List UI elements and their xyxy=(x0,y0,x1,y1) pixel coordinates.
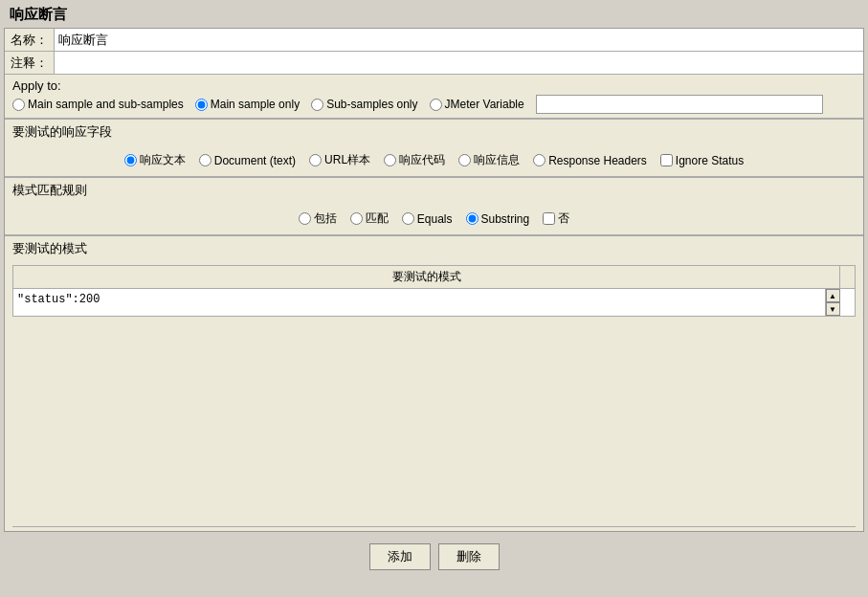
pattern-rules-header: 模式匹配规则 xyxy=(5,177,863,203)
negate-label[interactable]: 否 xyxy=(558,210,569,227)
textarea-wrapper: "status":200 ▲ ▼ xyxy=(13,289,840,316)
scrollbar-buttons: ▲ ▼ xyxy=(825,289,840,316)
ignore-status-item: Ignore Status xyxy=(660,154,744,167)
page-title: 响应断言 xyxy=(0,0,868,28)
apply-to-radio-group: Main sample and sub-samples Main sample … xyxy=(12,95,856,114)
negate-checkbox[interactable] xyxy=(543,212,555,225)
apply-to-label: Apply to: xyxy=(12,78,856,93)
pattern-match-row: 包括 匹配 Equals Substring 否 xyxy=(12,207,856,231)
rf-url-label[interactable]: URL样本 xyxy=(324,152,370,168)
jmeter-var-input[interactable] xyxy=(536,95,823,114)
pm-match-label[interactable]: 匹配 xyxy=(366,210,389,227)
test-pattern-section: 要测试的模式 "status":200 ▲ ▼ xyxy=(5,261,863,531)
response-field-row: 响应文本 Document (text) URL样本 响应代码 响应信息 Res… xyxy=(12,148,856,172)
rf-code-item: 响应代码 xyxy=(384,152,445,168)
radio-sub-label[interactable]: Sub-samples only xyxy=(326,98,417,111)
pm-equals-item: Equals xyxy=(402,212,453,226)
rf-doc-label[interactable]: Document (text) xyxy=(214,154,296,167)
rf-headers-label[interactable]: Response Headers xyxy=(548,154,647,167)
pm-substring-radio[interactable] xyxy=(466,212,479,225)
empty-content-area xyxy=(12,317,856,527)
comment-label: 注释： xyxy=(5,52,55,74)
test-pattern-column-header: 要测试的模式 xyxy=(13,266,840,289)
rf-text-radio[interactable] xyxy=(124,154,137,166)
delete-button[interactable]: 删除 xyxy=(438,543,500,570)
rf-doc-radio[interactable] xyxy=(199,154,211,166)
apply-to-section: Apply to: Main sample and sub-samples Ma… xyxy=(5,75,863,119)
response-field-section: 响应文本 Document (text) URL样本 响应代码 响应信息 Res… xyxy=(5,144,863,177)
scrollbar-header xyxy=(840,266,856,289)
pattern-cell: "status":200 ▲ ▼ xyxy=(13,289,840,317)
bottom-bar: 添加 删除 xyxy=(0,536,868,578)
name-input[interactable] xyxy=(55,31,863,49)
main-panel: 名称： 注释： Apply to: Main sample and sub-sa… xyxy=(4,28,864,532)
radio-item-sub: Sub-samples only xyxy=(311,98,417,111)
rf-msg-item: 响应信息 xyxy=(458,152,520,168)
scroll-up-button[interactable]: ▲ xyxy=(826,289,840,302)
radio-jmeter-label[interactable]: JMeter Variable xyxy=(445,98,524,111)
pm-substring-label[interactable]: Substring xyxy=(481,212,530,226)
response-field-header: 要测试的响应字段 xyxy=(5,119,863,144)
rf-headers-item: Response Headers xyxy=(533,154,647,167)
name-row: 名称： xyxy=(5,29,863,52)
ignore-status-label[interactable]: Ignore Status xyxy=(676,154,744,167)
radio-item-all: Main sample and sub-samples xyxy=(12,98,184,111)
rf-code-radio[interactable] xyxy=(384,154,396,166)
rf-url-radio[interactable] xyxy=(309,154,322,166)
pm-equals-label[interactable]: Equals xyxy=(417,212,453,226)
rf-headers-radio[interactable] xyxy=(533,154,545,166)
comment-input[interactable] xyxy=(55,54,863,72)
negate-item: 否 xyxy=(543,210,569,227)
pm-match-radio[interactable] xyxy=(350,212,363,225)
rf-url-item: URL样本 xyxy=(309,152,370,168)
test-pattern-header: 要测试的模式 xyxy=(5,235,863,261)
table-row: "status":200 ▲ ▼ xyxy=(13,289,856,317)
pm-equals-radio[interactable] xyxy=(402,212,414,225)
pm-contains-radio[interactable] xyxy=(299,212,311,225)
comment-row: 注释： xyxy=(5,52,863,75)
pm-match-item: 匹配 xyxy=(350,210,389,227)
rf-msg-label[interactable]: 响应信息 xyxy=(474,152,520,168)
radio-all[interactable] xyxy=(12,99,25,111)
pm-substring-item: Substring xyxy=(466,212,530,226)
radio-item-jmeter: JMeter Variable xyxy=(430,98,524,111)
rf-doc-item: Document (text) xyxy=(199,154,296,167)
radio-main[interactable] xyxy=(195,99,208,111)
rf-text-label[interactable]: 响应文本 xyxy=(140,152,186,168)
pattern-match-section: 包括 匹配 Equals Substring 否 xyxy=(5,203,863,235)
pm-contains-item: 包括 xyxy=(299,210,337,227)
scroll-down-button[interactable]: ▼ xyxy=(826,302,840,316)
radio-jmeter[interactable] xyxy=(430,99,442,111)
test-pattern-table: 要测试的模式 "status":200 ▲ ▼ xyxy=(12,265,856,317)
rf-code-label[interactable]: 响应代码 xyxy=(399,152,445,168)
ignore-status-checkbox[interactable] xyxy=(660,154,673,166)
radio-sub[interactable] xyxy=(311,99,323,111)
rf-text-item: 响应文本 xyxy=(124,152,186,168)
add-button[interactable]: 添加 xyxy=(369,543,431,570)
radio-item-main: Main sample only xyxy=(195,98,300,111)
radio-main-label[interactable]: Main sample only xyxy=(211,98,300,111)
name-label: 名称： xyxy=(5,29,55,51)
pm-contains-label[interactable]: 包括 xyxy=(314,210,337,227)
radio-all-label[interactable]: Main sample and sub-samples xyxy=(28,98,184,111)
rf-msg-radio[interactable] xyxy=(458,154,471,166)
pattern-textarea[interactable]: "status":200 xyxy=(13,289,825,310)
